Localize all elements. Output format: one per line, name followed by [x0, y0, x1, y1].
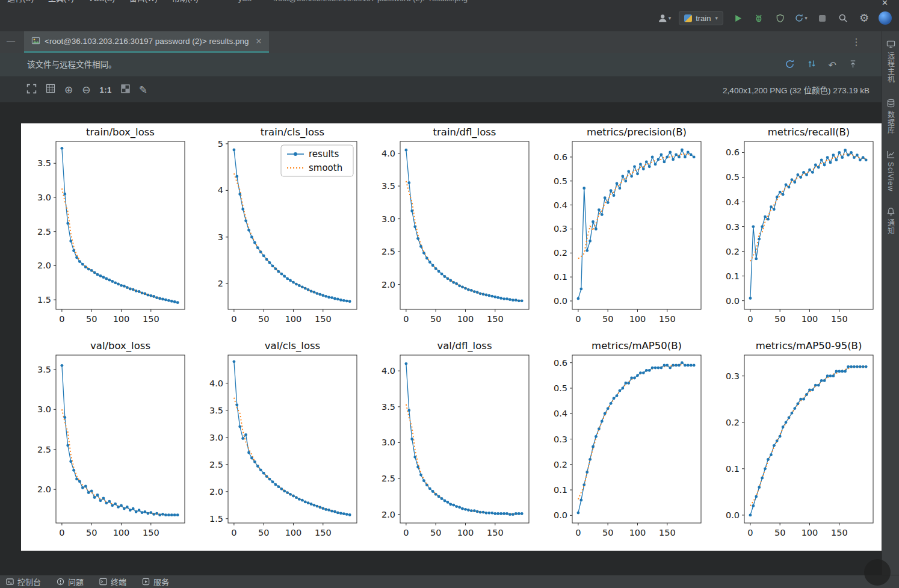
svg-text:0: 0	[747, 314, 753, 324]
svg-text:0.0: 0.0	[554, 510, 567, 520]
tool-notifications[interactable]: 通知	[886, 207, 896, 235]
svg-text:3.0: 3.0	[209, 433, 223, 442]
menu-bar: 运行(U) 工具(T) VCS(S) 窗口(W) 帮助(H) ycls <roo…	[7, 0, 468, 6]
svg-text:100: 100	[629, 528, 646, 537]
right-tool-rail: 远程主机 数据库 SciView 通知	[882, 31, 899, 575]
tool-services[interactable]: 服务	[142, 576, 169, 587]
svg-text:3.5: 3.5	[382, 181, 395, 191]
svg-text:val/cls_loss: val/cls_loss	[265, 340, 320, 352]
tab-results-png[interactable]: <root@36.103.203.216:30197 password (2)>…	[24, 31, 269, 53]
menu-item-tools[interactable]: 工具(T)	[48, 0, 74, 6]
hide-tabs-icon[interactable]: —	[7, 36, 15, 46]
svg-text:train/cls_loss: train/cls_loss	[261, 126, 324, 138]
tool-remote-host[interactable]: 远程主机	[886, 40, 896, 83]
remote-host-icon	[886, 40, 895, 49]
svg-text:100: 100	[113, 314, 130, 324]
svg-text:150: 150	[831, 528, 848, 537]
svg-text:0.0: 0.0	[726, 296, 740, 306]
svg-text:50: 50	[602, 528, 613, 537]
svg-text:0: 0	[59, 314, 64, 324]
svg-text:50: 50	[86, 528, 97, 537]
tool-sciview[interactable]: SciView	[886, 150, 895, 191]
svg-text:0.4: 0.4	[554, 409, 567, 418]
debug-button[interactable]	[752, 11, 765, 25]
svg-text:0.2: 0.2	[554, 248, 567, 258]
notifications-bell-icon	[886, 207, 895, 216]
svg-text:50: 50	[258, 528, 269, 537]
svg-text:0.3: 0.3	[726, 222, 740, 232]
tool-label: 远程主机	[886, 52, 896, 83]
image-viewer-area: train/box_loss1.52.02.53.03.5050100150tr…	[0, 102, 882, 575]
transparency-chessboard-icon[interactable]	[121, 84, 130, 96]
svg-text:100: 100	[285, 314, 302, 324]
search-icon[interactable]	[836, 11, 850, 25]
tool-label: 控制台	[17, 576, 41, 587]
svg-text:3.0: 3.0	[382, 438, 395, 447]
svg-text:0.1: 0.1	[726, 464, 740, 474]
svg-text:0.4: 0.4	[726, 197, 740, 207]
svg-text:0: 0	[747, 528, 753, 537]
grid-toggle-icon[interactable]	[46, 84, 55, 96]
chevron-down-icon: ▾	[805, 15, 808, 21]
svg-text:150: 150	[659, 528, 676, 537]
tab-options-kebab-icon[interactable]: ⋮	[851, 36, 861, 48]
upload-download-icon[interactable]	[807, 59, 817, 71]
svg-text:3.0: 3.0	[382, 214, 395, 224]
tab-close-icon[interactable]: ✕	[255, 37, 262, 46]
run-config-icon	[684, 14, 692, 22]
svg-text:train/box_loss: train/box_loss	[86, 126, 155, 138]
zoom-out-icon[interactable]: ⊖	[82, 85, 90, 95]
tool-terminal[interactable]: 终端	[99, 576, 126, 587]
run-config-name: train	[696, 14, 711, 23]
main-toolbar: 运行(U) 工具(T) VCS(S) 窗口(W) 帮助(H) ycls <roo…	[0, 0, 899, 31]
menu-item-help[interactable]: 帮助(H)	[172, 0, 199, 6]
zoom-actual-size-button[interactable]: 1:1	[100, 85, 112, 94]
svg-text:2.0: 2.0	[37, 484, 51, 494]
chevron-down-icon: ▾	[669, 15, 672, 21]
svg-text:results: results	[309, 149, 339, 159]
tool-problems[interactable]: 问题	[57, 576, 84, 587]
menu-item-run[interactable]: 运行(U)	[7, 0, 34, 6]
coverage-button[interactable]	[773, 11, 786, 25]
user-icon[interactable]: ▾	[658, 11, 671, 25]
rerun-button[interactable]: ▾	[794, 11, 808, 25]
scroll-to-top-icon[interactable]	[848, 60, 857, 71]
svg-text:0.1: 0.1	[554, 272, 567, 282]
image-info-text: 2,400x1,200 PNG (32 位颜色) 273.19 kB	[723, 84, 870, 96]
svg-text:4.0: 4.0	[209, 379, 223, 388]
pipette-pencil-icon[interactable]: ✎	[139, 85, 147, 95]
svg-text:5: 5	[218, 139, 223, 149]
tool-database[interactable]: 数据库	[886, 99, 896, 134]
svg-text:2.0: 2.0	[37, 261, 51, 270]
stop-button[interactable]	[815, 11, 829, 25]
run-config-selector[interactable]: train ▾	[679, 11, 723, 25]
undo-icon[interactable]: ↶	[829, 60, 836, 71]
svg-text:metrics/mAP50(B): metrics/mAP50(B)	[592, 340, 682, 351]
zoom-fit-icon[interactable]	[26, 84, 37, 96]
subplot-train/dfl_loss: train/dfl_loss2.02.53.03.54.0050100150	[365, 123, 537, 337]
svg-text:150: 150	[659, 314, 676, 324]
zoom-in-icon[interactable]: ⊕	[64, 85, 73, 95]
svg-text:0.0: 0.0	[554, 296, 567, 306]
svg-text:3: 3	[218, 232, 223, 242]
svg-text:metrics/precision(B): metrics/precision(B)	[587, 126, 687, 138]
watermark-badge	[864, 559, 891, 586]
menu-item-window[interactable]: 窗口(W)	[129, 0, 158, 6]
svg-text:0: 0	[403, 314, 409, 324]
menu-item-vcs[interactable]: VCS(S)	[88, 0, 115, 6]
svg-text:2.0: 2.0	[382, 510, 395, 519]
run-button[interactable]	[731, 11, 744, 25]
avatar[interactable]	[879, 11, 892, 25]
refresh-icon[interactable]	[785, 59, 795, 72]
svg-text:50: 50	[430, 528, 441, 537]
svg-text:0.2: 0.2	[726, 247, 740, 256]
terminal-icon	[99, 578, 107, 586]
tool-label: 服务	[153, 576, 169, 587]
svg-text:0.1: 0.1	[726, 271, 740, 281]
svg-text:2.5: 2.5	[382, 474, 395, 483]
tool-console[interactable]: 控制台	[6, 576, 41, 587]
svg-text:0.5: 0.5	[554, 176, 567, 186]
window-close-button[interactable]: ✕	[882, 0, 888, 7]
settings-gear-icon[interactable]: ⚙	[857, 11, 871, 25]
tool-label: 问题	[68, 576, 84, 587]
